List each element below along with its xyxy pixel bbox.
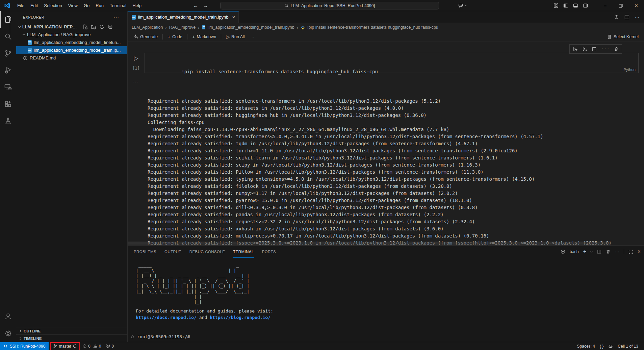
horizontal-scrollbar[interactable] bbox=[128, 242, 641, 245]
cell-more-actions[interactable]: ··· bbox=[601, 46, 610, 52]
activitybar-settings[interactable] bbox=[0, 325, 16, 342]
minimize-button[interactable]: – bbox=[597, 0, 613, 11]
activitybar-search[interactable] bbox=[0, 28, 16, 45]
new-file-icon[interactable] bbox=[82, 24, 87, 29]
close-panel-icon[interactable]: × bbox=[638, 249, 641, 255]
command-center-search[interactable]: LLM_Application_Repo [SSH: RunPod-4090] bbox=[220, 2, 439, 9]
file-readme[interactable]: README.md bbox=[16, 54, 127, 62]
notebook-file-icon bbox=[202, 25, 205, 29]
braces-status-item[interactable]: { } bbox=[597, 342, 606, 350]
menu-item[interactable]: Run bbox=[93, 1, 107, 9]
code-cell[interactable]: ··· !pip install sentence-transformers d… bbox=[145, 53, 639, 73]
toggle-panel-icon[interactable] bbox=[573, 3, 578, 8]
tab-debug-console[interactable]: DEBUG CONSOLE bbox=[189, 246, 225, 258]
menu-item[interactable]: Go bbox=[81, 1, 93, 9]
tab-notebook-train[interactable]: llm_application_embedding_model_train.ip… bbox=[128, 11, 239, 23]
output-line: Requirement already satisfied: numpy>=1.… bbox=[148, 190, 644, 197]
tab-output[interactable]: OUTPUT bbox=[164, 246, 181, 258]
editor-more-actions[interactable]: ··· bbox=[635, 15, 639, 20]
cell-language-picker[interactable]: Python bbox=[623, 68, 636, 72]
output-line: Requirement already satisfied: multiproc… bbox=[148, 232, 644, 240]
tab-terminal[interactable]: TERMINAL bbox=[233, 246, 254, 258]
split-editor-icon[interactable] bbox=[624, 15, 629, 20]
new-terminal-button[interactable]: + bbox=[583, 249, 586, 255]
blog-link[interactable]: https://blog.runpod.io/ bbox=[210, 315, 271, 320]
file-embedding-model-train[interactable]: llm_application_embedding_model_train.ip… bbox=[16, 46, 127, 54]
notebook-cell-status-item[interactable]: Cell 1 of 13 bbox=[615, 342, 641, 350]
menu-item[interactable]: Terminal bbox=[107, 1, 129, 9]
kill-terminal-icon[interactable] bbox=[606, 249, 611, 254]
file-embedding-model-finetune[interactable]: llm_application_embedding_model_finetun.… bbox=[16, 39, 127, 46]
explorer-more-actions[interactable]: ··· bbox=[113, 15, 119, 20]
run-all-button[interactable]: ▷ Run All bbox=[223, 33, 247, 41]
terminal-content[interactable]: _____ _ | __ \ | | | |__) | _ _ _ __ _ _… bbox=[128, 258, 644, 342]
problems-status-item[interactable]: 0 0 bbox=[80, 342, 103, 350]
execute-above-icon[interactable] bbox=[573, 47, 578, 52]
code-text: pip install sentence-transformers datase… bbox=[184, 69, 378, 74]
restore-button[interactable] bbox=[613, 0, 628, 11]
breadcrumb-item[interactable]: LLM_Application bbox=[132, 25, 163, 30]
menu-item[interactable]: View bbox=[65, 1, 81, 9]
branch-status-item[interactable]: master bbox=[51, 342, 79, 350]
activitybar-run-debug[interactable] bbox=[0, 62, 16, 79]
nav-forward-icon[interactable]: → bbox=[203, 3, 208, 8]
activitybar-explorer[interactable] bbox=[0, 11, 16, 28]
tab-close-icon[interactable]: × bbox=[232, 14, 235, 20]
sidebar-explorer: EXPLORER ··· LLM_APPLICATION_REPO [SSH: … bbox=[16, 11, 128, 342]
split-cell-icon[interactable] bbox=[592, 47, 597, 52]
section-timeline[interactable]: TIMELINE bbox=[16, 334, 127, 342]
menu-item[interactable]: Help bbox=[129, 1, 145, 9]
forwarded-ports-item[interactable]: 0 bbox=[103, 342, 116, 350]
generate-button[interactable]: Generate bbox=[131, 33, 160, 41]
output-line: Requirement already satisfied: pyarrow>=… bbox=[148, 197, 644, 204]
split-terminal-icon[interactable] bbox=[597, 249, 601, 254]
maximize-panel-icon[interactable] bbox=[628, 249, 633, 254]
section-outline[interactable]: OUTLINE bbox=[16, 327, 127, 334]
breadcrumb-item[interactable]: llm_application_embedding_model_train.ip… bbox=[208, 25, 294, 30]
execute-below-icon[interactable] bbox=[582, 47, 587, 52]
activitybar-remote-explorer[interactable] bbox=[0, 79, 16, 96]
notebook-settings-icon[interactable] bbox=[614, 15, 619, 20]
new-folder-icon[interactable] bbox=[91, 24, 96, 29]
menu-item[interactable]: File bbox=[14, 1, 27, 9]
scrollbar-thumb[interactable] bbox=[128, 242, 611, 245]
activitybar-extensions[interactable] bbox=[0, 96, 16, 112]
file-label: README.md bbox=[30, 55, 56, 60]
add-markdown-cell-button[interactable]: + Markdown bbox=[189, 33, 219, 41]
run-cell-button[interactable]: ▷ bbox=[134, 55, 138, 61]
copilot-menu[interactable] bbox=[458, 3, 466, 8]
panel-more-actions[interactable]: ··· bbox=[615, 249, 619, 254]
docs-link[interactable]: https://docs.runpod.io/ bbox=[136, 315, 197, 320]
nav-back-icon[interactable]: ← bbox=[193, 3, 198, 8]
tab-problems[interactable]: PROBLEMS bbox=[134, 246, 156, 258]
tab-ports[interactable]: PORTS bbox=[262, 246, 276, 258]
terminal-shell-label[interactable]: bash bbox=[570, 249, 579, 254]
menu-item[interactable]: Selection bbox=[41, 1, 65, 9]
collapse-all-icon[interactable] bbox=[108, 24, 113, 29]
breadcrumb-item[interactable]: RAG_improve bbox=[169, 25, 196, 30]
sync-icon bbox=[73, 344, 77, 348]
remote-indicator[interactable]: SSH: RunPod-4090 bbox=[0, 342, 49, 350]
toolbar-more-actions[interactable]: ··· bbox=[249, 33, 259, 41]
output-more-actions[interactable]: ··· bbox=[133, 79, 138, 84]
breadcrumb-item[interactable]: !pip install sentence-transformers datas… bbox=[307, 25, 438, 30]
select-kernel-button[interactable]: Select Kernel bbox=[607, 34, 639, 39]
activitybar-testing[interactable] bbox=[0, 112, 16, 129]
customize-layout-icon[interactable] bbox=[553, 3, 559, 8]
indentation-status-item[interactable]: Spaces: 4 bbox=[575, 342, 597, 350]
delete-cell-icon[interactable] bbox=[614, 47, 619, 51]
close-window-button[interactable]: × bbox=[628, 0, 644, 11]
toggle-primary-sidebar-icon[interactable] bbox=[563, 3, 568, 8]
activitybar-accounts[interactable] bbox=[0, 308, 16, 325]
folder-rag-improve[interactable]: LLM_Application / RAG_improve bbox=[16, 31, 127, 39]
refresh-icon[interactable] bbox=[99, 24, 104, 29]
code-label: Code bbox=[172, 34, 182, 39]
add-code-cell-button[interactable]: + Code bbox=[165, 33, 185, 41]
toggle-secondary-sidebar-icon[interactable] bbox=[583, 3, 588, 8]
activitybar-source-control[interactable] bbox=[0, 45, 16, 62]
menu-item[interactable]: Edit bbox=[27, 1, 41, 9]
explorer-root-folder[interactable]: LLM_APPLICATION_REPO [SSH: ... bbox=[16, 23, 127, 31]
error-count: 0 bbox=[88, 344, 91, 349]
copilot-status-item[interactable] bbox=[606, 342, 615, 350]
terminal-dropdown-icon[interactable] bbox=[590, 250, 593, 252]
